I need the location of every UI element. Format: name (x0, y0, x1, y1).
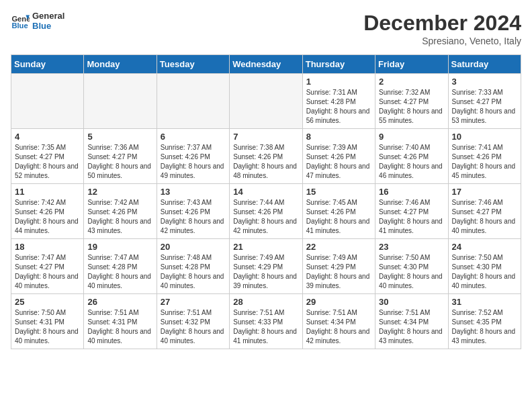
sunrise-label: Sunrise: 7:45 AM (306, 199, 357, 206)
sunrise-label: Sunrise: 7:39 AM (306, 144, 357, 151)
day-info: Sunrise: 7:46 AM Sunset: 4:27 PM Dayligh… (452, 198, 517, 236)
logo: General Blue General Blue (11, 11, 64, 31)
day-info: Sunrise: 7:51 AM Sunset: 4:32 PM Dayligh… (161, 308, 226, 346)
calendar-cell (11, 74, 84, 129)
day-number: 23 (379, 242, 444, 252)
sunset-label: Sunset: 4:26 PM (306, 208, 356, 216)
sunset-label: Sunset: 4:28 PM (161, 263, 210, 271)
daylight-label: Daylight: 8 hours and 50 minutes. (87, 163, 151, 179)
daylight-label: Daylight: 8 hours and 42 minutes. (233, 218, 297, 234)
calendar-cell: 22 Sunrise: 7:49 AM Sunset: 4:29 PM Dayl… (302, 239, 375, 294)
day-info: Sunrise: 7:51 AM Sunset: 4:34 PM Dayligh… (306, 308, 371, 346)
sunset-label: Sunset: 4:26 PM (15, 208, 64, 216)
calendar-week-4: 25 Sunrise: 7:50 AM Sunset: 4:31 PM Dayl… (11, 294, 521, 349)
calendar-cell: 13 Sunrise: 7:43 AM Sunset: 4:26 PM Dayl… (157, 184, 229, 239)
calendar-cell: 17 Sunrise: 7:46 AM Sunset: 4:27 PM Dayl… (448, 184, 521, 239)
day-info: Sunrise: 7:38 AM Sunset: 4:26 PM Dayligh… (233, 143, 298, 181)
daylight-label: Daylight: 8 hours and 46 minutes. (379, 163, 443, 179)
daylight-label: Daylight: 8 hours and 48 minutes. (233, 163, 297, 179)
day-number: 20 (161, 242, 226, 252)
sunrise-label: Sunrise: 7:51 AM (87, 309, 138, 316)
day-info: Sunrise: 7:41 AM Sunset: 4:26 PM Dayligh… (452, 143, 517, 181)
page-header: General Blue General Blue December 2024 … (11, 11, 521, 46)
daylight-label: Daylight: 8 hours and 40 minutes. (161, 328, 224, 345)
daylight-label: Daylight: 8 hours and 43 minutes. (87, 218, 151, 234)
day-info: Sunrise: 7:40 AM Sunset: 4:26 PM Dayligh… (379, 143, 444, 181)
daylight-label: Daylight: 8 hours and 40 minutes. (87, 273, 151, 289)
calendar-cell: 27 Sunrise: 7:51 AM Sunset: 4:32 PM Dayl… (157, 294, 229, 349)
sunrise-label: Sunrise: 7:52 AM (452, 309, 503, 316)
day-info: Sunrise: 7:42 AM Sunset: 4:26 PM Dayligh… (15, 198, 80, 236)
day-info: Sunrise: 7:50 AM Sunset: 4:30 PM Dayligh… (379, 253, 444, 291)
sunset-label: Sunset: 4:26 PM (233, 153, 283, 161)
sunset-label: Sunset: 4:33 PM (233, 318, 283, 326)
day-number: 12 (87, 187, 152, 197)
logo-icon: General Blue (11, 11, 30, 30)
day-number: 7 (233, 132, 298, 142)
sunset-label: Sunset: 4:27 PM (15, 263, 64, 271)
calendar-cell: 11 Sunrise: 7:42 AM Sunset: 4:26 PM Dayl… (11, 184, 84, 239)
col-header-monday: Monday (84, 55, 157, 74)
sunset-label: Sunset: 4:28 PM (306, 98, 356, 105)
calendar-week-2: 11 Sunrise: 7:42 AM Sunset: 4:26 PM Dayl… (11, 184, 521, 239)
calendar-cell: 25 Sunrise: 7:50 AM Sunset: 4:31 PM Dayl… (11, 294, 84, 349)
day-number: 10 (452, 132, 517, 142)
title-block: December 2024 Spresiano, Veneto, Italy (363, 11, 521, 46)
daylight-label: Daylight: 8 hours and 45 minutes. (452, 163, 516, 179)
daylight-label: Daylight: 8 hours and 41 minutes. (379, 218, 443, 234)
day-number: 26 (87, 297, 152, 307)
day-info: Sunrise: 7:52 AM Sunset: 4:35 PM Dayligh… (452, 308, 517, 346)
calendar-cell: 12 Sunrise: 7:42 AM Sunset: 4:26 PM Dayl… (84, 184, 157, 239)
daylight-label: Daylight: 8 hours and 40 minutes. (87, 328, 151, 345)
day-info: Sunrise: 7:39 AM Sunset: 4:26 PM Dayligh… (306, 143, 371, 181)
sunrise-label: Sunrise: 7:42 AM (15, 199, 66, 206)
sunrise-label: Sunrise: 7:50 AM (452, 254, 503, 261)
sunrise-label: Sunrise: 7:50 AM (379, 254, 430, 261)
sunrise-label: Sunrise: 7:51 AM (233, 309, 284, 316)
sunrise-label: Sunrise: 7:32 AM (379, 89, 430, 96)
calendar-cell: 1 Sunrise: 7:31 AM Sunset: 4:28 PM Dayli… (302, 74, 375, 129)
calendar-cell: 26 Sunrise: 7:51 AM Sunset: 4:31 PM Dayl… (84, 294, 157, 349)
calendar-cell: 18 Sunrise: 7:47 AM Sunset: 4:27 PM Dayl… (11, 239, 84, 294)
sunset-label: Sunset: 4:27 PM (452, 98, 502, 105)
logo-line1: General (32, 11, 64, 21)
calendar-cell: 2 Sunrise: 7:32 AM Sunset: 4:27 PM Dayli… (375, 74, 448, 129)
calendar-cell: 7 Sunrise: 7:38 AM Sunset: 4:26 PM Dayli… (230, 129, 302, 184)
sunrise-label: Sunrise: 7:31 AM (306, 89, 357, 96)
daylight-label: Daylight: 8 hours and 53 minutes. (452, 107, 516, 124)
sunset-label: Sunset: 4:26 PM (161, 208, 210, 216)
day-info: Sunrise: 7:46 AM Sunset: 4:27 PM Dayligh… (379, 198, 444, 236)
sunset-label: Sunset: 4:26 PM (233, 208, 283, 216)
day-info: Sunrise: 7:36 AM Sunset: 4:27 PM Dayligh… (87, 143, 152, 181)
sunset-label: Sunset: 4:27 PM (87, 153, 137, 161)
daylight-label: Daylight: 8 hours and 44 minutes. (15, 218, 79, 234)
day-info: Sunrise: 7:51 AM Sunset: 4:31 PM Dayligh… (87, 308, 152, 346)
sunrise-label: Sunrise: 7:51 AM (161, 309, 212, 316)
daylight-label: Daylight: 8 hours and 49 minutes. (161, 163, 224, 179)
day-number: 18 (15, 242, 80, 252)
day-number: 24 (452, 242, 517, 252)
daylight-label: Daylight: 8 hours and 39 minutes. (233, 273, 297, 289)
day-number: 13 (161, 187, 226, 197)
day-number: 4 (15, 132, 80, 142)
daylight-label: Daylight: 8 hours and 40 minutes. (379, 273, 443, 289)
day-number: 16 (379, 187, 444, 197)
sunrise-label: Sunrise: 7:33 AM (452, 89, 503, 96)
sunset-label: Sunset: 4:27 PM (379, 98, 429, 105)
calendar-cell: 5 Sunrise: 7:36 AM Sunset: 4:27 PM Dayli… (84, 129, 157, 184)
day-number: 28 (233, 297, 298, 307)
sunrise-label: Sunrise: 7:49 AM (306, 254, 357, 261)
daylight-label: Daylight: 8 hours and 39 minutes. (306, 273, 370, 289)
day-info: Sunrise: 7:49 AM Sunset: 4:29 PM Dayligh… (306, 253, 371, 291)
logo-line2: Blue (32, 21, 64, 31)
daylight-label: Daylight: 8 hours and 42 minutes. (306, 328, 370, 345)
calendar-cell: 8 Sunrise: 7:39 AM Sunset: 4:26 PM Dayli… (302, 129, 375, 184)
sunrise-label: Sunrise: 7:43 AM (161, 199, 212, 206)
day-info: Sunrise: 7:45 AM Sunset: 4:26 PM Dayligh… (306, 198, 371, 236)
day-info: Sunrise: 7:48 AM Sunset: 4:28 PM Dayligh… (161, 253, 226, 291)
sunset-label: Sunset: 4:31 PM (15, 318, 64, 326)
day-info: Sunrise: 7:50 AM Sunset: 4:31 PM Dayligh… (15, 308, 80, 346)
sunrise-label: Sunrise: 7:49 AM (233, 254, 284, 261)
sunset-label: Sunset: 4:30 PM (452, 263, 502, 271)
daylight-label: Daylight: 8 hours and 43 minutes. (452, 328, 516, 345)
